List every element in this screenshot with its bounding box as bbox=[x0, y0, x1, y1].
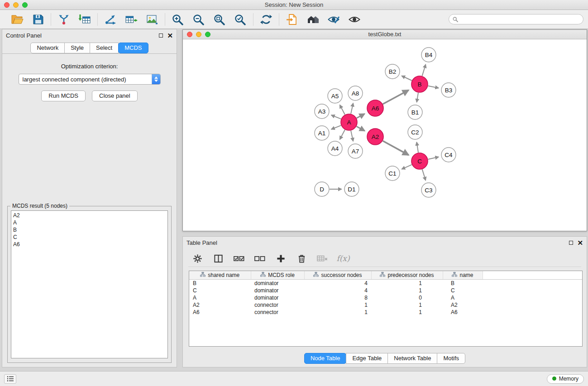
select-all-checkbox-icon[interactable] bbox=[234, 253, 244, 264]
result-list-item[interactable]: A6 bbox=[13, 241, 166, 248]
zoom-selected-icon[interactable] bbox=[234, 13, 247, 26]
graph-edge-A-A6[interactable] bbox=[357, 114, 365, 119]
delete-row-icon[interactable] bbox=[296, 253, 307, 264]
table-row[interactable]: Bdominator41B bbox=[189, 280, 582, 287]
export-image-icon[interactable] bbox=[145, 13, 159, 26]
column-header[interactable]: successor nodes bbox=[304, 271, 371, 280]
graph-edge-C-C1[interactable] bbox=[402, 165, 411, 169]
table-cell[interactable]: A6 bbox=[443, 309, 483, 316]
graph-edge-B-B1[interactable] bbox=[417, 93, 418, 102]
tab-node-table[interactable]: Node Table bbox=[304, 353, 347, 364]
document-export-icon[interactable] bbox=[285, 13, 299, 26]
search-input[interactable] bbox=[460, 16, 579, 23]
table-float-panel-icon[interactable] bbox=[569, 241, 573, 245]
table-row[interactable]: Cdominator41C bbox=[189, 287, 582, 294]
graph-edge-A2-C[interactable] bbox=[383, 141, 409, 155]
gear-icon[interactable] bbox=[192, 253, 203, 264]
table-cell[interactable]: dominator bbox=[251, 280, 304, 287]
run-mcds-button[interactable]: Run MCDS bbox=[41, 91, 86, 101]
memory-button[interactable]: Memory bbox=[547, 374, 584, 384]
graph-edge-A-A1[interactable] bbox=[331, 125, 341, 129]
table-cell[interactable]: connector bbox=[251, 309, 304, 316]
table-cell[interactable]: 4 bbox=[304, 280, 371, 287]
table-cell[interactable]: A bbox=[189, 294, 251, 301]
zoom-in-icon[interactable] bbox=[171, 13, 185, 26]
mcds-result-list[interactable]: A2ABCA6 bbox=[11, 210, 168, 358]
table-cell[interactable]: connector bbox=[251, 301, 304, 309]
table-cell[interactable]: 1 bbox=[371, 301, 443, 309]
table-cell[interactable]: 0 bbox=[371, 294, 443, 301]
table-cell[interactable]: 1 bbox=[304, 309, 371, 316]
table-row[interactable]: A2connector11A2 bbox=[189, 301, 582, 309]
tab-network-table[interactable]: Network Table bbox=[387, 353, 437, 364]
zoom-out-icon[interactable] bbox=[192, 13, 206, 26]
folder-open-icon[interactable] bbox=[10, 13, 24, 26]
table-cell[interactable]: C bbox=[189, 287, 251, 294]
tab-motifs[interactable]: Motifs bbox=[437, 353, 465, 364]
graph-edge-A6-B[interactable] bbox=[383, 90, 409, 104]
table-cell[interactable]: C bbox=[443, 287, 483, 294]
import-network-icon[interactable] bbox=[57, 13, 71, 26]
criterion-dropdown[interactable]: largest connected component (directed) bbox=[19, 74, 161, 85]
result-list-item[interactable]: A bbox=[13, 219, 166, 226]
graph-edge-B-B4[interactable] bbox=[422, 64, 426, 76]
tab-edge-table[interactable]: Edge Table bbox=[346, 353, 388, 364]
table-cell[interactable]: A2 bbox=[189, 301, 251, 309]
eye-icon[interactable] bbox=[348, 13, 361, 26]
column-header[interactable]: predecessor nodes bbox=[371, 271, 443, 280]
graph-edge-C-C2[interactable] bbox=[417, 142, 419, 152]
table-cell[interactable]: A2 bbox=[443, 301, 483, 309]
zoom-fit-icon[interactable] bbox=[213, 13, 226, 26]
table-cell[interactable]: B bbox=[443, 280, 483, 287]
result-list-item[interactable]: A2 bbox=[13, 212, 166, 219]
eye-edit-icon[interactable] bbox=[327, 13, 340, 26]
result-list-item[interactable]: B bbox=[13, 226, 166, 234]
network-canvas[interactable]: B4B2BB3A5A8A6A3AB1A1A2C2A4A7C4CC1DD1C3 bbox=[183, 39, 587, 231]
table-cell[interactable]: 1 bbox=[371, 309, 443, 316]
column-header[interactable]: name bbox=[443, 271, 483, 280]
graph-edge-C-C3[interactable] bbox=[422, 169, 426, 181]
float-panel-icon[interactable] bbox=[159, 33, 163, 38]
tab-mcds[interactable]: MCDS bbox=[118, 43, 148, 53]
graph-edge-B-B2[interactable] bbox=[402, 76, 412, 81]
deselect-all-checkbox-icon[interactable] bbox=[254, 253, 265, 264]
table-cell[interactable]: 1 bbox=[371, 287, 443, 294]
graph-edge-A-A2[interactable] bbox=[357, 126, 365, 131]
export-table-icon[interactable] bbox=[124, 13, 138, 26]
task-history-button[interactable] bbox=[4, 374, 16, 384]
graph-edge-A-A8[interactable] bbox=[351, 103, 353, 114]
tab-select[interactable]: Select bbox=[90, 43, 119, 53]
table-cell[interactable]: 4 bbox=[304, 287, 371, 294]
graph-edge-C-C4[interactable] bbox=[428, 157, 439, 159]
search-box[interactable] bbox=[449, 14, 583, 24]
add-row-icon[interactable] bbox=[275, 253, 286, 264]
network-window-titlebar[interactable]: testGlobe.txt bbox=[183, 30, 587, 39]
table-cell[interactable]: dominator bbox=[251, 287, 304, 294]
table-cell[interactable]: B bbox=[189, 280, 251, 287]
table-cell[interactable]: 8 bbox=[304, 294, 371, 301]
table-cell[interactable]: A6 bbox=[189, 309, 251, 316]
columns-icon[interactable] bbox=[213, 253, 224, 264]
floppy-save-icon[interactable] bbox=[31, 13, 45, 26]
column-header[interactable]: shared name bbox=[189, 271, 251, 280]
result-list-item[interactable]: C bbox=[13, 234, 166, 241]
graph-edge-A-A7[interactable] bbox=[351, 131, 353, 142]
table-cell[interactable]: 1 bbox=[371, 280, 443, 287]
table-row[interactable]: Adominator80A bbox=[189, 294, 582, 301]
network-graph[interactable]: B4B2BB3A5A8A6A3AB1A1A2C2A4A7C4CC1DD1C3 bbox=[183, 39, 587, 231]
table-close-panel-icon[interactable]: ✕ bbox=[577, 239, 583, 246]
close-panel-icon[interactable]: ✕ bbox=[167, 32, 173, 39]
import-table-icon[interactable] bbox=[78, 13, 91, 26]
tab-style[interactable]: Style bbox=[64, 43, 90, 53]
table-cell[interactable]: dominator bbox=[251, 294, 304, 301]
refresh-icon[interactable] bbox=[259, 13, 273, 26]
table-cell[interactable]: A bbox=[443, 294, 483, 301]
close-panel-button[interactable]: Close panel bbox=[92, 91, 138, 101]
tab-network[interactable]: Network bbox=[30, 43, 65, 53]
table-cell[interactable]: 1 bbox=[304, 301, 371, 309]
graph-edge-B-B3[interactable] bbox=[428, 86, 439, 88]
graph-edge-A-A3[interactable] bbox=[331, 115, 341, 119]
graph-edge-A-A4[interactable] bbox=[340, 130, 345, 139]
export-network-icon[interactable] bbox=[104, 13, 117, 26]
column-header[interactable]: MCDS role bbox=[251, 271, 304, 280]
